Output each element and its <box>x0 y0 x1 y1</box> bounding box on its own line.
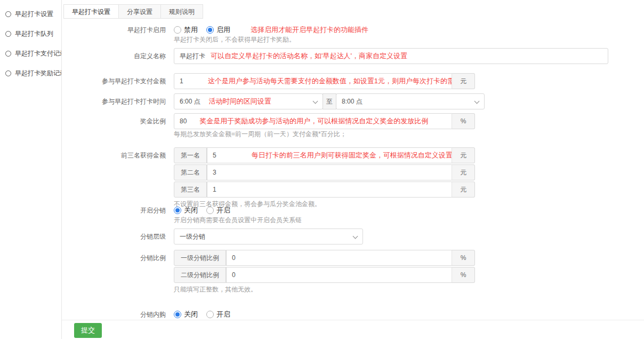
form-row-custom-name: 自定义名称 早起打卡 可以自定义早起打卡的活动名称，如'早起达人'，商家自定义设… <box>62 48 644 64</box>
radio-option-enable[interactable]: 启用 <box>206 25 230 35</box>
form-row-level: 分销层级 一级分销 <box>62 228 644 245</box>
chevron-down-icon <box>313 99 318 104</box>
submit-button[interactable]: 提交 <box>74 323 102 338</box>
sidebar-item-checkin-queue[interactable]: 早起打卡队列 <box>0 24 61 44</box>
radio-checked-icon[interactable] <box>206 26 214 34</box>
input-value: 早起打卡 <box>180 52 205 61</box>
field-label: 奖金比例 <box>62 113 174 129</box>
top3-first-input[interactable]: 5 每日打卡的前三名用户则可获得固定奖金，可根据情况自定义设置 <box>207 147 452 163</box>
field-label: 前三名获得金额 <box>62 147 174 163</box>
radio-label: 关闭 <box>184 206 198 215</box>
field-note: 活动时间的区间设置 <box>209 97 271 106</box>
level-select[interactable]: 一级分销 <box>174 228 363 245</box>
radio-unchecked-icon[interactable] <box>206 311 214 318</box>
sidebar-item-payment-records[interactable]: 早起打卡支付记录 <box>0 44 61 64</box>
ratios-helper-text: 只能填写正整数，其他无效。 <box>174 285 257 294</box>
input-value: 1 <box>213 186 216 193</box>
field-label: 分销比例 <box>62 250 174 266</box>
rank-addon: 第三名 <box>174 182 207 198</box>
tab-checkin-settings[interactable]: 早起打卡设置 <box>63 4 119 19</box>
select-value: 6:00 点 <box>180 97 200 106</box>
radio-unchecked-icon[interactable] <box>174 26 181 34</box>
field-label: 早起打卡启用 <box>62 22 174 38</box>
field-note: 奖金是用于奖励成功参与活动的用户，可以根据情况自定义奖金的发放比例 <box>199 116 428 126</box>
bonus-ratio-input[interactable]: 80 奖金是用于奖励成功参与活动的用户，可以根据情况自定义奖金的发放比例 <box>174 113 452 129</box>
radio-option-disable[interactable]: 禁用 <box>174 25 198 35</box>
form-row-bonus-ratio: 奖金比例 80 奖金是用于奖励成功参与活动的用户，可以根据情况自定义奖金的发放比… <box>62 113 644 129</box>
field-label: 开启分销 <box>62 202 174 218</box>
radio-checked-icon[interactable] <box>174 311 181 318</box>
top3-third-input[interactable]: 1 <box>207 182 452 198</box>
unit-suffix: % <box>452 113 475 129</box>
radio-label: 关闭 <box>184 310 198 319</box>
unit-suffix: % <box>452 250 475 266</box>
pay-amount-input[interactable]: 1 这个是用户参与活动每天需要支付的金额数值，如设置1元，则用户每次打卡的需要支… <box>174 73 452 89</box>
chevron-down-icon <box>474 99 480 104</box>
form-row-top3: 前三名获得金额 第一名 5 每日打卡的前三名用户则可获得固定奖金，可根据情况自定… <box>62 147 644 199</box>
radio-checked-icon[interactable] <box>174 207 181 214</box>
field-note: 可以自定义早起打卡的活动名称，如'早起达人'，商家自定义设置 <box>211 51 407 61</box>
unit-suffix: 元 <box>452 73 475 89</box>
sidebar-item-reward-records[interactable]: 早起打卡奖励记录 <box>0 64 61 83</box>
sidebar-item-label: 早起打卡支付记录 <box>15 49 61 58</box>
tab-bar: 早起打卡设置 分享设置 规则说明 <box>63 4 203 19</box>
tab-share-settings[interactable]: 分享设置 <box>118 4 161 19</box>
form-row-distribution: 开启分销 关闭 开启 <box>62 202 644 218</box>
input-value: 0 <box>232 271 236 279</box>
select-value: 8:00 点 <box>342 97 363 106</box>
radio-option-off[interactable]: 关闭 <box>174 310 198 319</box>
form-row-enable: 早起打卡启用 禁用 启用 选择启用才能开启早起打卡的功能插件 <box>62 22 644 38</box>
enable-helper-text: 早起打卡关闭后，不会获得早起打卡奖励。 <box>174 35 295 44</box>
top3-second-group: 第二名 3 元 <box>174 164 475 180</box>
input-value: 3 <box>213 169 216 176</box>
start-time-select[interactable]: 6:00 点 活动时间的区间设置 <box>174 93 323 109</box>
chevron-down-icon <box>353 234 358 239</box>
top3-stack: 第一名 5 每日打卡的前三名用户则可获得固定奖金，可根据情况自定义设置 元 第二… <box>174 147 475 199</box>
form-row-time-range: 参与早起打卡打卡时间 6:00 点 活动时间的区间设置 至 8:00 点 <box>62 93 644 109</box>
custom-name-input[interactable]: 早起打卡 可以自定义早起打卡的活动名称，如'早起达人'，商家自定义设置 <box>174 48 608 64</box>
radio-unchecked-icon[interactable] <box>206 207 214 214</box>
ratio-addon: 一级分销比例 <box>174 250 226 266</box>
radio-label: 启用 <box>216 25 230 35</box>
radio-option-on[interactable]: 开启 <box>206 206 230 215</box>
circle-icon <box>5 51 11 57</box>
sidebar-item-checkin-settings[interactable]: 早起打卡设置 <box>0 4 61 24</box>
input-value: 1 <box>180 77 183 85</box>
field-note: 每日打卡的前三名用户则可获得固定奖金，可根据情况自定义设置 <box>252 151 452 160</box>
top3-second-input[interactable]: 3 <box>207 164 452 180</box>
field-label: 参与早起打卡支付金额 <box>62 73 174 89</box>
time-range-separator: 至 <box>323 93 336 109</box>
radio-option-off[interactable]: 关闭 <box>174 206 198 215</box>
input-value: 0 <box>232 254 236 262</box>
unit-suffix: % <box>452 267 475 283</box>
bonus-ratio-helper-text: 每期总发放奖金金额=前一周期（前一天）支付金额*百分比； <box>174 130 347 139</box>
sidebar: 早起打卡设置 早起打卡队列 早起打卡支付记录 早起打卡奖励记录 <box>0 0 61 339</box>
circle-icon <box>5 11 11 17</box>
input-value: 80 <box>180 117 187 125</box>
field-label: 分销层级 <box>62 228 174 245</box>
field-note: 这个是用户参与活动每天需要支付的金额数值，如设置1元，则用户每次打卡的需要支付1… <box>208 76 452 86</box>
ratio-addon: 二级分销比例 <box>174 267 226 283</box>
unit-suffix: 元 <box>452 164 475 180</box>
bonus-ratio-group: 80 奖金是用于奖励成功参与活动的用户，可以根据情况自定义奖金的发放比例 % <box>174 113 475 129</box>
level2-ratio-input[interactable]: 0 <box>226 267 452 283</box>
select-value: 一级分销 <box>180 232 205 241</box>
level1-ratio-input[interactable]: 0 <box>226 250 452 266</box>
unit-suffix: 元 <box>452 182 475 198</box>
field-label: 自定义名称 <box>62 48 174 64</box>
field-label: 参与早起打卡打卡时间 <box>62 93 174 109</box>
form-row-pay-amount: 参与早起打卡支付金额 1 这个是用户参与活动每天需要支付的金额数值，如设置1元，… <box>62 73 644 89</box>
radio-option-on[interactable]: 开启 <box>206 310 230 319</box>
sidebar-item-label: 早起打卡设置 <box>15 10 53 19</box>
tab-rules[interactable]: 规则说明 <box>160 4 203 19</box>
top3-first-group: 第一名 5 每日打卡的前三名用户则可获得固定奖金，可根据情况自定义设置 元 <box>174 147 475 163</box>
pay-amount-group: 1 这个是用户参与活动每天需要支付的金额数值，如设置1元，则用户每次打卡的需要支… <box>174 73 475 89</box>
field-note: 选择启用才能开启早起打卡的功能插件 <box>251 25 368 35</box>
input-value: 5 <box>213 152 216 159</box>
form-row-ratios: 分销比例 一级分销比例 0 % 二级分销比例 0 % <box>62 250 644 284</box>
sidebar-item-label: 早起打卡奖励记录 <box>15 69 61 78</box>
end-time-select[interactable]: 8:00 点 <box>336 93 485 109</box>
main-content: 早起打卡设置 分享设置 规则说明 早起打卡启用 禁用 启用 选择启用才能开启早起… <box>61 0 644 339</box>
ratios-stack: 一级分销比例 0 % 二级分销比例 0 % <box>174 250 475 284</box>
radio-label: 开启 <box>216 310 230 319</box>
